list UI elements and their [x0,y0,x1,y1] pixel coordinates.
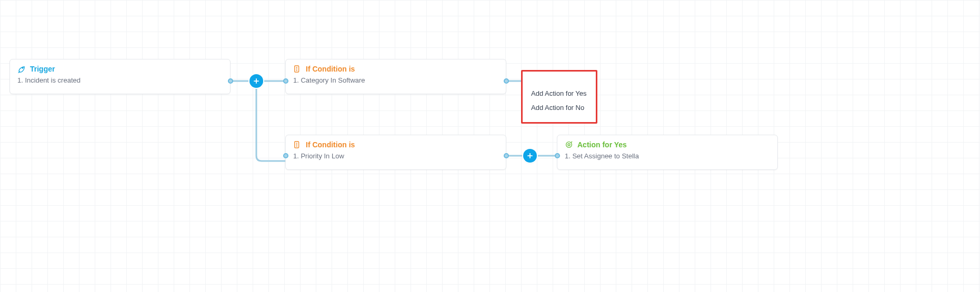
popup-add-yes[interactable]: Add Action for Yes [531,86,587,100]
condition-node-2[interactable]: If Condition is 1. Priority In Low [285,135,506,170]
condition-node-1[interactable]: If Condition is 1. Category In Software [285,59,506,94]
condition2-in-dot [283,153,288,158]
trigger-out-dot [228,78,233,84]
action1-body: 1. Set Assignee to Stella [565,152,770,160]
trigger-title: Trigger [30,65,55,73]
action1-in-dot [555,153,560,158]
condition2-title: If Condition is [306,140,355,149]
condition2-body: 1. Priority In Low [293,152,498,160]
condition1-title: If Condition is [306,65,355,73]
plus-icon [526,152,534,159]
rocket-icon [17,65,26,73]
condition2-out-dot [504,153,509,158]
svg-point-13 [566,142,572,148]
trigger-body: 1. Incident is created [17,76,223,84]
add-action-popup: Add Action for Yes Add Action for No [521,70,597,124]
condition1-body: 1. Category In Software [293,76,498,84]
plus-icon [253,77,260,85]
workflow-canvas[interactable]: Trigger 1. Incident is created If Condit… [0,0,980,292]
condition-icon [293,140,302,149]
svg-point-4 [22,67,23,68]
popup-add-no[interactable]: Add Action for No [531,100,587,115]
action1-title: Action for Yes [577,140,627,149]
action-node-1[interactable]: Action for Yes 1. Set Assignee to Stella [557,135,778,170]
trigger-node[interactable]: Trigger 1. Incident is created [9,59,231,94]
condition1-out-dot [504,78,509,84]
action-icon [565,140,573,149]
svg-point-14 [568,144,570,146]
add-branch-button-3[interactable] [523,149,537,163]
add-branch-button-1[interactable] [249,74,263,88]
condition-icon [293,65,302,73]
condition1-in-dot [283,78,288,84]
